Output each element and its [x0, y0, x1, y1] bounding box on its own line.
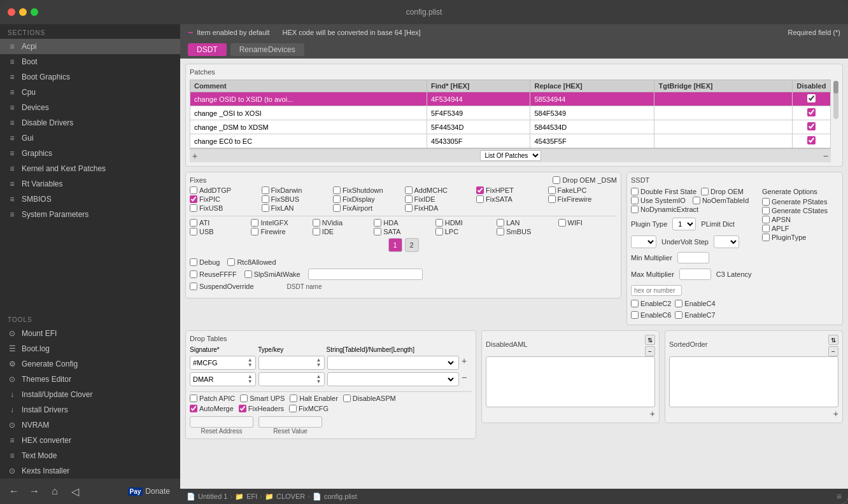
menu-icon[interactable]: ≡	[837, 491, 842, 501]
auto-merge: AutoMerge	[190, 405, 234, 412]
drop-oem-checkbox[interactable]	[553, 176, 560, 184]
sidebar-item-hex-converter[interactable]: ≡ HEX converter	[0, 433, 180, 448]
sorted-move-down[interactable]: −	[828, 346, 838, 356]
gen-options-panel: Generate Options Generate PStates Genera…	[762, 188, 838, 321]
aml-move-down[interactable]: −	[645, 346, 655, 356]
home-button[interactable]: ⌂	[46, 482, 64, 500]
enabled-text: Item enabled by default	[197, 29, 269, 36]
reset-value-input[interactable]: 0xFE	[258, 416, 322, 428]
sidebar-label-boot: Boot	[22, 57, 38, 66]
bottom-row: Drop Tables Signature* Type/key String[T…	[185, 330, 843, 439]
mount-efi-icon: ⊙	[8, 329, 17, 338]
plugin-type-select[interactable]: 123	[672, 218, 696, 230]
dt-add-1[interactable]: +	[462, 356, 472, 370]
dsdt-options: Debug Rtc8Allowed ReuseFFFF SlpSmiAtWake	[190, 255, 617, 294]
aml-add-btn[interactable]: +	[650, 409, 655, 419]
sidebar-item-smbios[interactable]: ≡ SMBIOS	[0, 192, 180, 207]
fix-addDTGP: AddDTGP	[190, 186, 259, 194]
sorted-order-list	[669, 356, 838, 407]
sidebar-item-kexts-installer[interactable]: ⊙ Kexts Installer	[0, 463, 180, 479]
dsdt-name-input[interactable]	[308, 269, 423, 280]
sidebar-item-install-drivers[interactable]: ↓ Install Drivers	[0, 402, 180, 417]
gen-pstates: Generate PStates	[762, 198, 838, 206]
reset-address-input[interactable]: 0x64	[190, 416, 253, 428]
sidebar-label-cpu: Cpu	[22, 88, 36, 97]
patches-scrollbar[interactable]	[833, 81, 838, 119]
sidebar-item-system-params[interactable]: ≡ System Parameters	[0, 207, 180, 222]
ssdt-section: SSDT Double First State Drop OEM Use Sys…	[626, 172, 843, 325]
sorted-move-up[interactable]: ⇅	[828, 335, 838, 345]
dt-stepper-2[interactable]: ▲▼	[248, 374, 253, 384]
sidebar-label-system-params: System Parameters	[22, 210, 88, 219]
fix-fixAirport: FixAirport	[333, 204, 402, 212]
sidebar-item-mount-efi[interactable]: ⊙ Mount EFI	[0, 326, 180, 341]
sidebar-item-cpu[interactable]: ≡ Cpu	[0, 85, 180, 100]
plugin-type-label: Plugin Type	[631, 220, 667, 228]
table-row[interactable]: change OSID to XSID (to avoi... 4F534944…	[190, 92, 831, 106]
dt-sig-1: #MCFG ▲▼	[190, 356, 256, 370]
dt-stepper-type-1[interactable]: ▲▼	[316, 358, 322, 368]
page-1-button[interactable]: 1	[388, 238, 402, 252]
fullscreen-button[interactable]	[31, 8, 38, 16]
sorted-add-btn[interactable]: +	[833, 409, 838, 419]
donate-button[interactable]: Pay Donate	[123, 484, 176, 498]
max-multiplier-input[interactable]	[679, 269, 711, 280]
sidebar-label-graphics: Graphics	[22, 149, 52, 158]
dt-minus[interactable]: −	[462, 372, 472, 386]
sidebar-item-nvram[interactable]: ⊙ NVRAM	[0, 417, 180, 433]
undervolt-select[interactable]	[714, 235, 739, 248]
table-row[interactable]: change _OSI to XOSI 5F4F5349 584F5349	[190, 106, 831, 120]
min-multiplier-input[interactable]	[677, 252, 709, 263]
sidebar-label-install-update: Install/Update Clover	[22, 390, 92, 399]
oem-sata: SATA	[374, 228, 432, 235]
sidebar-item-text-mode[interactable]: ≡ Text Mode	[0, 448, 180, 463]
cpu-icon: ≡	[8, 88, 17, 97]
cell-replace: 58534944	[530, 92, 654, 106]
table-row[interactable]: change _DSM to XDSM 5F44534D 5844534D	[190, 120, 831, 134]
dt-stepper-1[interactable]: ▲▼	[248, 358, 253, 368]
c3-latency-input[interactable]	[631, 285, 682, 296]
sidebar-item-rt-variables[interactable]: ≡ Rt Variables	[0, 176, 180, 192]
forward-button[interactable]: →	[25, 482, 43, 500]
oem-ati: ATI	[190, 219, 248, 227]
dt-col-sig: Signature*	[190, 346, 257, 353]
sidebar-item-devices[interactable]: ≡ Devices	[0, 100, 180, 115]
sidebar-item-disable-drivers[interactable]: ≡ Disable Drivers	[0, 115, 180, 130]
sidebar-item-boot-graphics[interactable]: ≡ Boot Graphics	[0, 69, 180, 85]
sidebar-item-themes-editor[interactable]: ⊙ Themes Editor	[0, 372, 180, 387]
table-row[interactable]: change EC0 to EC 4543305F 45435F5F	[190, 134, 831, 148]
patches-add-button[interactable]: +	[192, 151, 197, 161]
share-button[interactable]: ◁	[66, 482, 84, 500]
sidebar-item-kernel-kext[interactable]: ≡ Kernel and Kext Patches	[0, 161, 180, 176]
dt-string-select-2[interactable]	[330, 374, 456, 384]
col-tgt: TgtBridge [HEX]	[654, 80, 793, 92]
aml-move-up[interactable]: ⇅	[645, 335, 655, 345]
sidebar-item-graphics[interactable]: ≡ Graphics	[0, 146, 180, 161]
plimit-dict-label: PLimit Dict	[701, 220, 735, 228]
kernel-icon: ≡	[8, 164, 17, 173]
back-button[interactable]: ←	[5, 482, 23, 500]
sidebar-item-boot-log[interactable]: ☰ Boot.log	[0, 341, 180, 356]
close-button[interactable]	[8, 8, 15, 16]
tab-rename-devices[interactable]: RenameDevices	[230, 43, 304, 56]
drop-oem-dsm: Drop OEM _DSM	[553, 176, 617, 184]
minimize-button[interactable]	[19, 8, 27, 16]
themes-editor-icon: ⊙	[8, 375, 17, 384]
sidebar-item-boot[interactable]: ≡ Boot	[0, 54, 180, 69]
sidebar-item-install-update[interactable]: ↓ Install/Update Clover	[0, 387, 180, 402]
plimit-dict-select[interactable]	[631, 235, 656, 248]
folder-efi-icon: 📁	[235, 493, 244, 501]
sorted-order-wrapper: SortedOrder ⇅ − +	[665, 330, 843, 439]
page-2-button[interactable]: 2	[405, 238, 419, 252]
patches-dropdown[interactable]: List Of Patches	[480, 150, 541, 161]
cell-disabled	[793, 120, 831, 134]
cell-disabled	[793, 106, 831, 120]
tab-dsdt[interactable]: DSDT	[188, 43, 227, 56]
sidebar-item-generate-config[interactable]: ⚙ Generate Config	[0, 356, 180, 372]
dt-stepper-type-2[interactable]: ▲▼	[316, 374, 322, 384]
patches-remove-button[interactable]: −	[823, 151, 828, 161]
sidebar-item-acpi[interactable]: ≡ Acpi	[0, 39, 180, 54]
dt-string-select-1[interactable]	[330, 358, 456, 368]
sidebar-item-gui[interactable]: ≡ Gui	[0, 130, 180, 146]
fix-fixIDE: FixIDE	[405, 195, 474, 203]
